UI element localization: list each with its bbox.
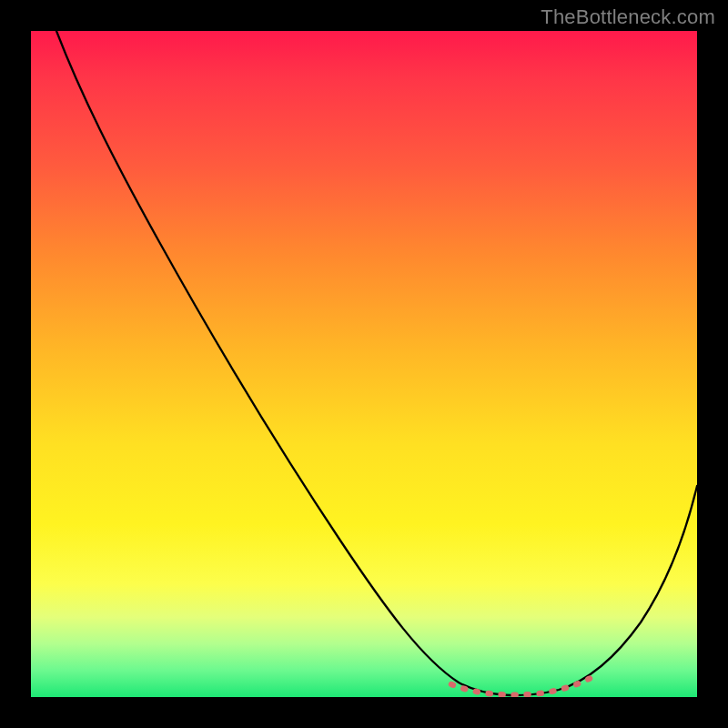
curve-layer bbox=[31, 31, 697, 697]
chart-frame: TheBottleneck.com bbox=[0, 0, 728, 728]
plot-area bbox=[31, 31, 697, 697]
bottleneck-curve bbox=[56, 31, 697, 695]
watermark-text: TheBottleneck.com bbox=[541, 5, 715, 29]
